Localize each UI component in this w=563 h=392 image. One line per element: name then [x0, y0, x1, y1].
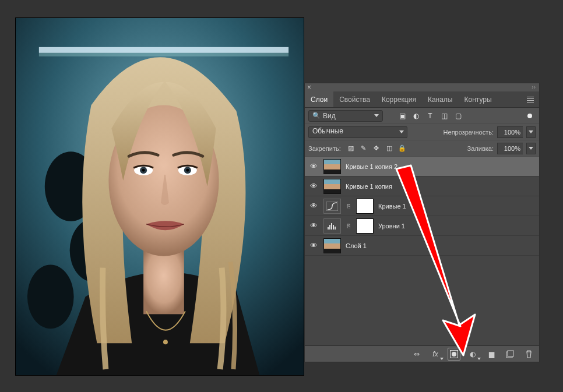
- layer-name-label[interactable]: Кривые 1: [378, 203, 406, 210]
- add-mask-icon[interactable]: [449, 349, 459, 359]
- layer-row[interactable]: 👁 ⎘ Уровни 1: [305, 216, 539, 236]
- svg-rect-1: [39, 47, 288, 53]
- filter-shape-icon[interactable]: ◫: [440, 112, 448, 120]
- tab-adjustments[interactable]: Коррекция: [376, 91, 422, 107]
- svg-rect-21: [451, 350, 458, 358]
- svg-rect-16: [328, 227, 329, 229]
- tab-label: Свойства: [339, 96, 370, 104]
- panel-tabs: Слои Свойства Коррекция Каналы Контуры: [305, 91, 539, 108]
- visibility-eye-icon[interactable]: 👁: [308, 221, 319, 230]
- svg-rect-24: [508, 351, 513, 356]
- svg-point-5: [27, 265, 74, 329]
- lock-all-icon[interactable]: 🔒: [398, 144, 406, 153]
- tab-label: Каналы: [428, 96, 453, 104]
- layer-thumbnail[interactable]: [323, 238, 341, 253]
- fill-value-input[interactable]: 100%: [497, 143, 523, 154]
- lock-pixels-icon[interactable]: ✎: [360, 144, 368, 153]
- tab-layers[interactable]: Слои: [305, 91, 333, 107]
- layer-mask-thumbnail[interactable]: [356, 218, 374, 234]
- filter-type-icon[interactable]: T: [426, 112, 434, 120]
- fill-label[interactable]: Заливка:: [467, 145, 494, 152]
- lock-artboard-icon[interactable]: ◫: [385, 144, 393, 153]
- filter-pixel-icon[interactable]: ▣: [398, 112, 406, 120]
- layers-panel: × ›› Слои Свойства Коррекция Каналы Конт…: [304, 83, 540, 362]
- layer-thumbnail[interactable]: [323, 179, 341, 194]
- svg-rect-18: [331, 223, 332, 229]
- levels-adjustment-icon[interactable]: [323, 218, 341, 234]
- new-adjustment-layer-icon[interactable]: ◐: [468, 349, 477, 359]
- layer-name-label[interactable]: Кривые 1 копия: [346, 183, 392, 190]
- delete-layer-icon[interactable]: [524, 349, 533, 359]
- opacity-value-input[interactable]: 100%: [497, 126, 523, 138]
- lock-position-icon[interactable]: ✥: [372, 144, 381, 153]
- layer-row[interactable]: 👁 Кривые 1 копия 2: [305, 157, 539, 176]
- tab-label: Контуры: [465, 96, 492, 104]
- svg-rect-19: [333, 225, 334, 229]
- svg-rect-6: [143, 250, 184, 315]
- visibility-eye-icon[interactable]: 👁: [308, 162, 319, 171]
- svg-point-14: [163, 340, 168, 344]
- tab-channels[interactable]: Каналы: [422, 91, 459, 107]
- link-layers-icon[interactable]: ⇔: [412, 349, 421, 359]
- document-canvas[interactable]: [15, 17, 304, 376]
- opacity-dropdown-button[interactable]: [526, 126, 536, 138]
- visibility-eye-icon[interactable]: 👁: [308, 182, 319, 190]
- layer-filter-kind[interactable]: 🔍 Вид: [308, 110, 383, 122]
- layer-row[interactable]: 👁 Слой 1: [305, 236, 539, 256]
- lock-label: Закрепить:: [308, 145, 341, 152]
- lock-fill-row: Закрепить: ▨ ✎ ✥ ◫ 🔒 Заливка: 100%: [305, 140, 539, 157]
- layers-list: 👁 Кривые 1 копия 2 👁 Кривые 1 копия 👁 ⎘ …: [305, 157, 539, 345]
- mask-link-icon[interactable]: ⎘: [346, 223, 351, 229]
- layer-row[interactable]: 👁 Кривые 1 копия: [305, 176, 539, 196]
- blend-mode-value: Обычные: [312, 127, 343, 135]
- filter-smart-icon[interactable]: ▢: [454, 112, 462, 120]
- layer-thumbnail[interactable]: [323, 159, 341, 174]
- svg-point-22: [452, 352, 456, 356]
- panel-menu-icon[interactable]: [525, 91, 536, 108]
- filter-toggle-switch[interactable]: [527, 114, 532, 118]
- panel-close-icon[interactable]: ×: [307, 84, 311, 91]
- filter-kind-label: Вид: [323, 112, 336, 120]
- visibility-eye-icon[interactable]: 👁: [308, 202, 319, 210]
- panel-collapse-icon[interactable]: ››: [532, 84, 536, 90]
- tab-label: Коррекция: [382, 96, 416, 104]
- opacity-label[interactable]: Непрозрачность:: [444, 129, 494, 136]
- svg-rect-2: [39, 53, 288, 56]
- svg-rect-17: [329, 225, 330, 229]
- fill-dropdown-button[interactable]: [526, 143, 536, 154]
- svg-point-13: [186, 169, 189, 172]
- search-icon: 🔍: [312, 112, 321, 119]
- visibility-eye-icon[interactable]: 👁: [308, 241, 319, 250]
- filter-adjustment-icon[interactable]: ◐: [412, 112, 420, 120]
- layer-name-label[interactable]: Уровни 1: [378, 223, 405, 229]
- new-layer-icon[interactable]: [505, 349, 515, 359]
- svg-rect-20: [335, 227, 336, 229]
- curves-adjustment-icon[interactable]: [323, 199, 341, 214]
- chevron-down-icon: [374, 114, 379, 117]
- layers-bottom-toolbar: ⇔ fx ◐ ▆: [305, 345, 539, 362]
- layer-name-label[interactable]: Слой 1: [346, 242, 367, 249]
- lock-transparency-icon[interactable]: ▨: [347, 144, 355, 153]
- layer-name-label[interactable]: Кривые 1 копия 2: [346, 163, 397, 170]
- layer-row[interactable]: 👁 ⎘ Кривые 1: [305, 196, 539, 216]
- layer-mask-thumbnail[interactable]: [356, 199, 374, 214]
- mask-link-icon[interactable]: ⎘: [346, 203, 351, 209]
- blend-opacity-row: Обычные Непрозрачность: 100%: [305, 124, 539, 140]
- svg-point-12: [142, 169, 145, 172]
- blend-mode-select[interactable]: Обычные: [308, 126, 407, 138]
- layer-effects-icon[interactable]: fx: [431, 349, 440, 359]
- tab-label: Слои: [311, 96, 328, 104]
- layer-filter-row: 🔍 Вид ▣ ◐ T ◫ ▢: [305, 108, 539, 124]
- tab-paths[interactable]: Контуры: [459, 91, 498, 107]
- new-group-icon[interactable]: ▆: [487, 349, 496, 359]
- tab-properties[interactable]: Свойства: [333, 91, 376, 107]
